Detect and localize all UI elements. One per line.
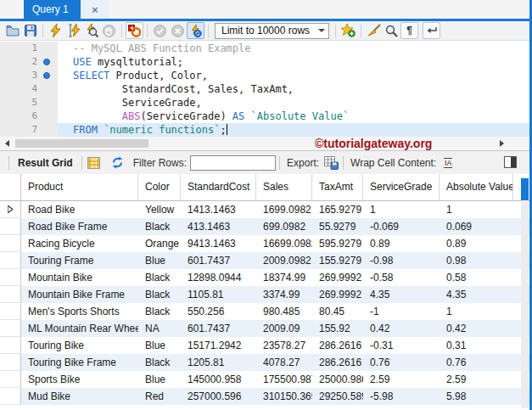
cell-absolute-value[interactable]: 0.31 [440,337,513,354]
row-selector[interactable] [0,269,21,286]
cell-color[interactable]: Black [138,218,181,235]
toggle-stop-on-error-button[interactable] [126,22,143,39]
cell-absolute-value[interactable]: 0.89 [440,235,513,252]
cell-standardcost[interactable]: 1413.1463 [181,201,256,218]
row-selector[interactable] [0,235,21,252]
row-selector[interactable] [0,286,21,303]
cell-absolute-value[interactable]: 0.58 [440,269,513,286]
toggle-autocommit-button[interactable] [187,22,204,39]
cell-taxamt[interactable]: 25000.986 [312,371,363,388]
column-header-sales[interactable]: Sales [256,174,312,200]
beautify-button[interactable] [365,22,383,39]
cell-servicegrade[interactable]: 4.35 [363,286,440,303]
cell-sales[interactable]: 3374.99 [256,286,312,303]
cell-standardcost[interactable]: 1205.81 [181,354,256,371]
row-selector-header[interactable] [0,174,21,200]
cell-servicegrade[interactable]: -5.98 [363,388,440,405]
cell-servicegrade[interactable]: 0.89 [363,235,440,252]
cell-servicegrade[interactable]: -0.069 [363,218,440,235]
cell-absolute-value[interactable]: 1 [440,303,513,320]
cell-standardcost[interactable]: 1105.81 [181,286,256,303]
cell-product[interactable]: Touring Bike Frame [21,354,138,371]
open-file-button[interactable] [3,22,21,39]
row-selector[interactable] [0,218,21,235]
grid-vertical-scrollbar[interactable] [521,177,529,408]
cell-standardcost[interactable]: 601.7437 [181,252,256,269]
cell-standardcost[interactable]: 550.256 [181,303,256,320]
cell-absolute-value[interactable]: 4.35 [440,286,513,303]
cell-taxamt[interactable]: 269.9992 [312,286,363,303]
rollback-button[interactable] [169,22,187,39]
show-invisibles-button[interactable]: ¶ [400,22,418,39]
column-header-absolute-value[interactable]: Absolute Value [440,174,513,200]
cell-taxamt[interactable]: 80.45 [312,303,363,320]
cell-sales[interactable]: 699.0982 [256,218,312,235]
cell-absolute-value[interactable]: 0.76 [440,354,513,371]
column-header-servicegrade[interactable]: ServiceGrade [363,174,440,200]
cell-sales[interactable]: 1699.0982 [256,201,312,218]
row-selector[interactable] [0,252,21,269]
side-panel-toggle-icon[interactable] [504,156,517,168]
cell-color[interactable]: Orange [138,235,181,252]
cell-taxamt[interactable]: 595.9279 [312,235,363,252]
cell-color[interactable]: Black [138,269,181,286]
cell-color[interactable]: Blue [138,252,181,269]
cell-servicegrade[interactable]: -0.31 [363,337,440,354]
cell-absolute-value[interactable]: 0.42 [440,320,513,337]
cell-sales[interactable]: 16699.0982 [256,235,312,252]
cell-standardcost[interactable]: 9413.1463 [181,235,256,252]
cell-taxamt[interactable]: 165.9279 [312,201,363,218]
cell-product[interactable]: Touring Frame [21,252,138,269]
cell-taxamt[interactable]: 286.2616 [312,354,363,371]
cell-sales[interactable]: 310150.369 [256,388,312,405]
toggle-wrap-button[interactable] [423,22,440,39]
cell-product[interactable]: Mountain Bike Frame [21,286,138,303]
cell-sales[interactable]: 4078.27 [256,354,312,371]
cell-color[interactable]: Red [138,388,181,405]
explain-button[interactable] [82,22,100,39]
row-selector[interactable] [0,320,21,337]
cell-product[interactable]: Mud Bike [21,388,138,405]
cell-product[interactable]: ML Mountain Rear Wheel [21,320,138,337]
cell-sales[interactable]: 2009.09 [256,320,312,337]
cell-absolute-value[interactable]: 0.98 [440,252,513,269]
execute-button[interactable] [47,22,64,39]
horizontal-scroll-thumb[interactable] [15,139,148,148]
cell-sales[interactable]: 18374.99 [256,269,312,286]
cell-taxamt[interactable]: 55.9279 [312,218,363,235]
cell-taxamt[interactable]: 286.2616 [312,337,363,354]
row-selector[interactable] [0,201,21,218]
cell-absolute-value[interactable]: 0.069 [440,218,513,235]
cell-sales[interactable]: 980.485 [256,303,312,320]
save-button[interactable] [21,22,39,39]
find-button[interactable] [383,22,400,39]
row-selector[interactable] [0,388,21,405]
cell-color[interactable]: Yellow [138,201,181,218]
cell-sales[interactable]: 23578.27 [256,337,312,354]
cell-standardcost[interactable]: 257000.596 [181,388,256,405]
cell-taxamt[interactable]: 155.9279 [312,252,363,269]
tab-close-button[interactable]: × [81,0,109,19]
column-header-taxamt[interactable]: TaxAmt [312,174,363,200]
filter-rows-input[interactable] [190,155,276,171]
column-header-standardcost[interactable]: StandardCost [181,174,256,200]
limit-rows-dropdown[interactable]: Limit to 10000 rows [215,23,329,39]
cell-taxamt[interactable]: 269.9992 [312,269,363,286]
cell-taxamt[interactable]: 155.92 [312,320,363,337]
cell-product[interactable]: Road Bike Frame [21,218,138,235]
cell-sales[interactable]: 2009.0982 [256,252,312,269]
cell-color[interactable]: Black [138,354,181,371]
cell-servicegrade[interactable]: -1 [363,303,440,320]
cell-servicegrade[interactable]: 1 [363,201,440,218]
refresh-button[interactable] [109,155,126,171]
grid-view-button[interactable] [86,155,103,171]
cell-absolute-value[interactable]: 1 [440,201,513,218]
column-header-color[interactable]: Color [138,174,181,200]
tab-query-1[interactable]: Query 1 [24,0,81,19]
cell-servicegrade[interactable]: 0.76 [363,354,440,371]
cell-color[interactable]: Black [138,303,181,320]
cell-color[interactable]: Blue [138,371,181,388]
cell-standardcost[interactable]: 12898.0944 [181,269,256,286]
row-selector[interactable] [0,337,21,354]
row-selector[interactable] [0,303,21,320]
